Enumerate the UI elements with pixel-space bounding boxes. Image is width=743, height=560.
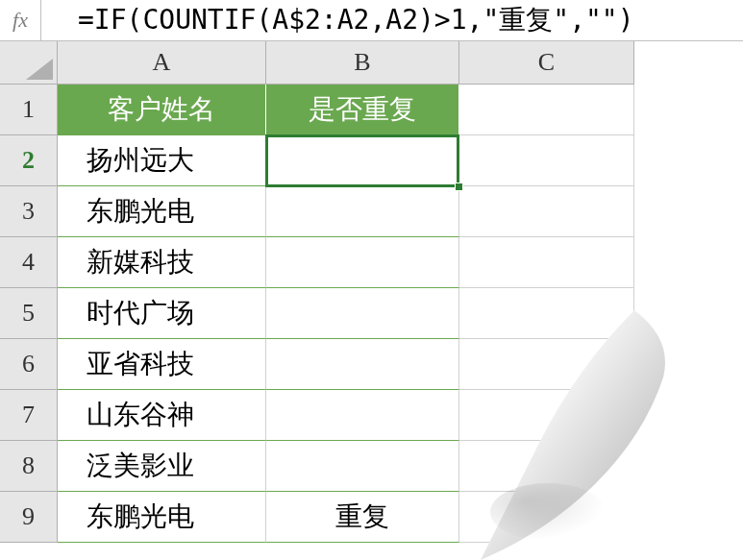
formula-bar: fx =IF(COUNTIF(A$2:A2,A2)>1,"重复","") xyxy=(0,0,743,41)
cell-A1[interactable]: 客户姓名 xyxy=(58,85,266,135)
cell-B3[interactable] xyxy=(266,186,459,237)
formula-input[interactable]: =IF(COUNTIF(A$2:A2,A2)>1,"重复","") xyxy=(41,0,743,40)
cell-C2[interactable] xyxy=(459,135,634,186)
row-header-5[interactable]: 5 xyxy=(0,288,58,339)
row-header-3[interactable]: 3 xyxy=(0,186,58,237)
cell-A9[interactable]: 东鹏光电 xyxy=(58,492,266,543)
row-header-4[interactable]: 4 xyxy=(0,237,58,288)
row-header-1[interactable]: 1 xyxy=(0,85,58,135)
cell-C1[interactable] xyxy=(459,85,634,135)
cell-C9[interactable] xyxy=(459,492,634,543)
cell-B5[interactable] xyxy=(266,288,459,339)
cell-B4[interactable] xyxy=(266,237,459,288)
spreadsheet-grid: A B C 1 2 3 4 5 6 7 8 9 客户姓名 是否重复 扬州远大 东… xyxy=(0,41,743,560)
cell-C3[interactable] xyxy=(459,186,634,237)
cell-B8[interactable] xyxy=(266,441,459,492)
column-header-A[interactable]: A xyxy=(58,41,266,85)
cell-A8[interactable]: 泛美影业 xyxy=(58,441,266,492)
cell-B1[interactable]: 是否重复 xyxy=(266,85,459,135)
cell-B2[interactable] xyxy=(266,135,459,186)
cell-C4[interactable] xyxy=(459,237,634,288)
row-header-9[interactable]: 9 xyxy=(0,492,58,543)
select-all-corner[interactable] xyxy=(0,41,58,85)
row-header-2[interactable]: 2 xyxy=(0,135,58,186)
column-header-C[interactable]: C xyxy=(459,41,634,85)
row-header-7[interactable]: 7 xyxy=(0,390,58,441)
cell-A5[interactable]: 时代广场 xyxy=(58,288,266,339)
fill-handle[interactable] xyxy=(455,183,463,191)
cell-B7[interactable] xyxy=(266,390,459,441)
row-header-6[interactable]: 6 xyxy=(0,339,58,390)
row-header-8[interactable]: 8 xyxy=(0,441,58,492)
cell-C8[interactable] xyxy=(459,441,634,492)
cell-B9[interactable]: 重复 xyxy=(266,492,459,543)
cell-A3[interactable]: 东鹏光电 xyxy=(58,186,266,237)
cell-C6[interactable] xyxy=(459,339,634,390)
cell-A7[interactable]: 山东谷神 xyxy=(58,390,266,441)
cell-B6[interactable] xyxy=(266,339,459,390)
column-header-B[interactable]: B xyxy=(266,41,459,85)
cell-C5[interactable] xyxy=(459,288,634,339)
cell-C7[interactable] xyxy=(459,390,634,441)
fx-icon[interactable]: fx xyxy=(0,0,41,40)
cell-A2[interactable]: 扬州远大 xyxy=(58,135,266,186)
cell-A6[interactable]: 亚省科技 xyxy=(58,339,266,390)
cell-A4[interactable]: 新媒科技 xyxy=(58,237,266,288)
